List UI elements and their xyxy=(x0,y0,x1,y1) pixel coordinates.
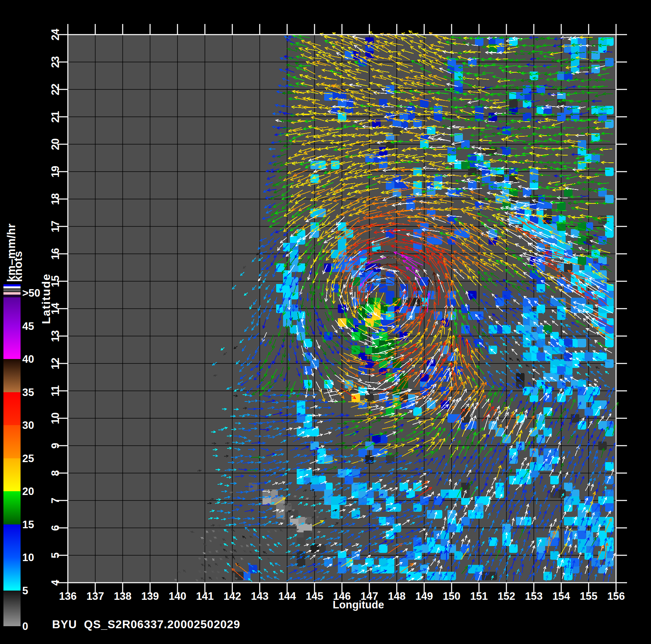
svg-text:143: 143 xyxy=(251,590,269,602)
svg-text:8: 8 xyxy=(49,470,61,476)
svg-text:40: 40 xyxy=(22,353,34,365)
svg-text:139: 139 xyxy=(141,590,159,602)
svg-text:Latitude: Latitude xyxy=(39,273,52,324)
svg-text:30: 30 xyxy=(22,419,34,431)
svg-text:141: 141 xyxy=(196,590,214,602)
svg-text:5: 5 xyxy=(49,552,61,558)
svg-text:137: 137 xyxy=(86,590,104,602)
svg-text:0: 0 xyxy=(22,620,28,632)
svg-text:7: 7 xyxy=(49,497,61,503)
svg-text:11: 11 xyxy=(49,385,61,397)
svg-text:35: 35 xyxy=(22,386,34,398)
svg-text:136: 136 xyxy=(59,590,77,602)
svg-text:15: 15 xyxy=(22,519,34,531)
svg-text:knots: knots xyxy=(12,251,24,282)
svg-text:13: 13 xyxy=(49,330,61,342)
svg-text:19: 19 xyxy=(49,166,61,177)
svg-text:Longitude: Longitude xyxy=(333,599,384,611)
svg-text:>50: >50 xyxy=(22,287,40,299)
svg-text:10: 10 xyxy=(49,412,61,424)
svg-text:153: 153 xyxy=(525,590,543,602)
svg-text:18: 18 xyxy=(49,193,61,205)
svg-text:10: 10 xyxy=(22,552,34,564)
svg-text:22: 22 xyxy=(49,84,61,95)
svg-text:142: 142 xyxy=(223,590,241,602)
svg-text:21: 21 xyxy=(49,111,61,123)
svg-text:16: 16 xyxy=(49,248,61,260)
svg-text:140: 140 xyxy=(169,590,186,602)
svg-text:5: 5 xyxy=(22,585,28,597)
svg-text:155: 155 xyxy=(580,590,598,602)
svg-text:25: 25 xyxy=(22,453,34,465)
svg-text:4: 4 xyxy=(49,580,61,586)
svg-text:23: 23 xyxy=(49,56,61,68)
svg-text:6: 6 xyxy=(49,525,61,531)
svg-text:45: 45 xyxy=(22,320,34,332)
svg-text:154: 154 xyxy=(552,590,570,602)
svg-text:148: 148 xyxy=(388,590,406,602)
svg-text:20: 20 xyxy=(22,485,34,497)
svg-text:24: 24 xyxy=(49,28,61,40)
svg-text:9: 9 xyxy=(49,443,61,448)
svg-text:149: 149 xyxy=(415,590,433,602)
svg-text:144: 144 xyxy=(278,590,296,602)
svg-text:BYU QS_S2R06337.20002502029: BYU QS_S2R06337.20002502029 xyxy=(52,618,240,631)
svg-text:152: 152 xyxy=(498,590,515,602)
svg-text:17: 17 xyxy=(49,221,61,232)
svg-text:150: 150 xyxy=(443,590,460,602)
svg-text:156: 156 xyxy=(607,590,625,602)
svg-text:20: 20 xyxy=(49,138,61,150)
svg-text:12: 12 xyxy=(49,358,61,369)
svg-text:145: 145 xyxy=(306,590,323,602)
svg-text:138: 138 xyxy=(114,590,132,602)
svg-text:151: 151 xyxy=(470,590,488,602)
